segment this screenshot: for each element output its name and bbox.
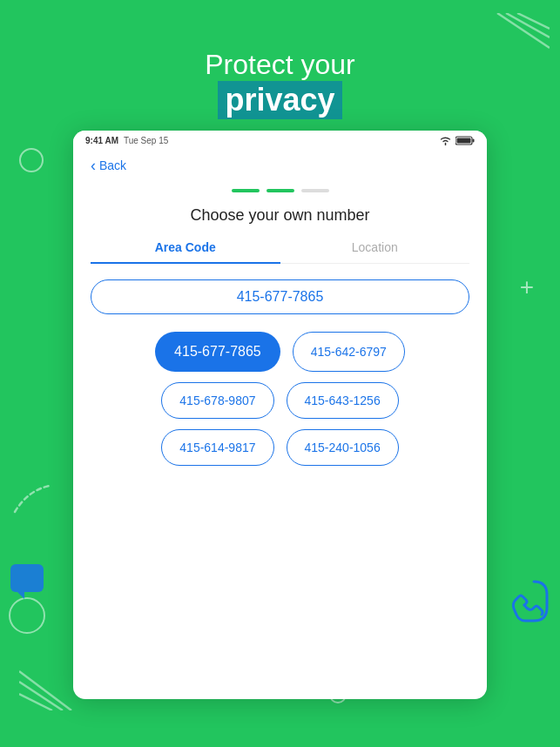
device-content: ‹ Back Choose your own number Area Code … [73,149,487,699]
back-label: Back [99,158,126,172]
number-button-5[interactable]: 415-614-9817 [161,429,273,466]
status-date: Tue Sep 15 [124,136,168,145]
back-chevron-icon: ‹ [91,158,96,173]
device-frame: 9:41 AM Tue Sep 15 ‹ Back [73,131,487,699]
number-button-selected[interactable]: 415-677-7865 [155,332,280,372]
number-grid: 415-677-7865 415-642-6797 415-678-9807 4… [91,332,469,466]
tab-area-code[interactable]: Area Code [91,240,280,263]
svg-rect-8 [473,139,475,143]
decorative-curve [10,481,54,516]
svg-rect-7 [457,138,471,144]
number-button-4[interactable]: 415-643-1256 [287,382,399,419]
tab-location[interactable]: Location [280,240,470,263]
progress-dot-3 [301,189,329,192]
progress-indicator [232,189,329,192]
decorative-lines-bl [19,663,80,710]
number-button-3[interactable]: 415-678-9807 [161,382,273,419]
status-bar: 9:41 AM Tue Sep 15 [73,131,487,149]
status-icons [439,136,475,145]
header-line2: privacy [218,81,341,118]
number-row-3: 415-614-9817 415-240-1056 [91,429,469,466]
svg-line-3 [19,671,71,710]
tab-bar: Area Code Location [91,240,469,264]
search-input-value: 415-677-7865 [237,289,324,304]
number-row-1: 415-677-7865 415-642-6797 [91,332,469,372]
decorative-chat-bubble [10,564,44,592]
decorative-circle-1 [19,148,44,172]
page-title: Choose your own number [190,206,369,225]
number-row-2: 415-678-9807 415-643-1256 [91,382,469,419]
decorative-circle-2 [9,597,45,634]
svg-line-0 [497,13,550,48]
header-line1: Protect your [205,48,355,81]
decorative-phone-icon [503,577,551,625]
progress-dot-1 [232,189,260,192]
back-button[interactable]: ‹ Back [91,158,126,173]
battery-icon [455,136,475,145]
svg-line-5 [19,694,52,710]
progress-dot-2 [267,189,294,192]
wifi-icon [439,136,452,145]
decorative-plus: + [520,275,534,299]
number-button-6[interactable]: 415-240-1056 [287,429,399,466]
status-time: 9:41 AM [85,136,118,145]
header-section: Protect your privacy [205,48,355,119]
decorative-lines-tr [493,13,550,61]
number-search-input[interactable]: 415-677-7865 [91,279,469,314]
number-button-2[interactable]: 415-642-6797 [293,332,405,372]
